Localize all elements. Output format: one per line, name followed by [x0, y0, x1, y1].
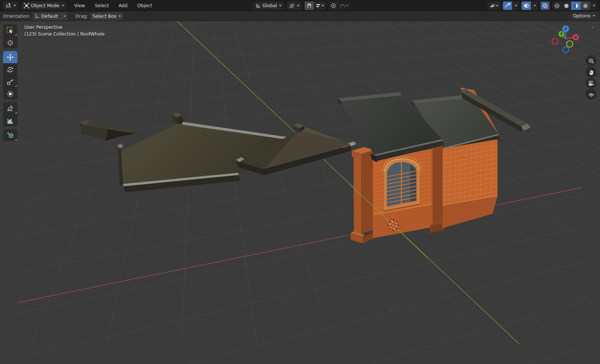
show-gizmo-toggle[interactable]: [503, 2, 512, 10]
orientation-value: Global: [262, 3, 277, 8]
rotate-tool-icon: [6, 66, 14, 73]
toggle-ortho-icon: [588, 91, 594, 97]
camera-view-button[interactable]: [586, 78, 597, 89]
chevron-down-icon: [346, 5, 348, 6]
tool-tweak-select[interactable]: [3, 24, 17, 36]
gizmo-axis-neg-x[interactable]: [552, 38, 558, 44]
mode-selector-label: Object Mode: [31, 3, 60, 8]
cursor-tool-icon: [6, 39, 14, 47]
chevron-down-icon: [534, 5, 536, 6]
chevron-down-icon: [593, 15, 595, 17]
tool-annotate[interactable]: [3, 102, 17, 114]
shading-material-preview-icon: [573, 3, 579, 9]
chevron-down-icon: [515, 5, 517, 6]
tool-transform[interactable]: [3, 87, 17, 100]
xray-toggle[interactable]: [540, 2, 550, 10]
toolbar: [3, 24, 17, 141]
pivot-point-dropdown[interactable]: [287, 2, 302, 10]
submenu-corner: [15, 34, 17, 36]
chevron-down-icon: [119, 16, 121, 17]
drag-mode-dropdown[interactable]: Select Box: [90, 12, 123, 20]
shading-solid-button[interactable]: [562, 2, 571, 10]
gizmo-axis-neg-z[interactable]: [563, 47, 569, 53]
tool-rotate[interactable]: [3, 63, 17, 75]
select-box-icon: [6, 27, 14, 34]
object-mode-icon: [24, 3, 29, 8]
viewport-canvas[interactable]: Z Y X: [0, 21, 600, 364]
chevron-down-icon: [14, 5, 16, 6]
falloff-curve-icon: [340, 3, 345, 8]
transform-orientation-dropdown[interactable]: Global: [253, 2, 284, 10]
measure-ruler-icon: [6, 117, 14, 125]
chevron-down-icon: [496, 5, 498, 6]
menu-view[interactable]: View: [70, 2, 89, 10]
orientation-label: Orientation:: [1, 14, 33, 19]
transform-tool-icon: [6, 90, 14, 98]
submenu-corner: [15, 85, 17, 87]
overlays-dropdown[interactable]: [531, 2, 538, 10]
editor-3d-viewport-icon: [5, 3, 11, 8]
gizmo-dropdown[interactable]: [512, 2, 519, 10]
camera-view-icon: [588, 80, 594, 86]
tool-settings-header: Orientation: Default Drag: Select Box Op…: [0, 11, 600, 21]
options-button[interactable]: Options: [571, 12, 597, 20]
menu-select[interactable]: Select: [91, 2, 113, 10]
drag-mode-value: Select Box: [93, 14, 116, 19]
shading-rendered-icon: [583, 3, 588, 9]
menu-add[interactable]: Add: [115, 2, 132, 10]
tool-cursor[interactable]: [3, 36, 17, 48]
default-orientation-icon: [35, 14, 40, 19]
sidebar-toggle-arrow[interactable]: ‹: [592, 24, 594, 30]
tool-move[interactable]: [3, 51, 17, 63]
tool-orientation-dropdown[interactable]: Default: [33, 12, 68, 20]
shading-rendered-button[interactable]: [581, 2, 590, 10]
tool-scale[interactable]: [3, 75, 17, 87]
gizmo-z-label: Z: [564, 27, 567, 31]
editor-type-button[interactable]: [3, 2, 18, 10]
pan-button[interactable]: [586, 67, 597, 78]
add-cube-icon: [6, 131, 14, 139]
show-overlays-toggle[interactable]: [521, 2, 531, 10]
proportional-editing-icon: [331, 3, 336, 8]
toggle-orthographic-button[interactable]: [586, 89, 597, 100]
shading-dropdown[interactable]: [590, 2, 597, 10]
gizmo-axis-neg-y[interactable]: [567, 41, 573, 47]
chevron-down-icon: [322, 5, 324, 6]
visibility-eye-icon: [489, 3, 495, 8]
proportional-editing-toggle[interactable]: [329, 2, 338, 10]
shading-wireframe-button[interactable]: [552, 2, 562, 10]
annotate-pencil-icon: [6, 105, 14, 112]
topbar: Object Mode View Select Add Object Globa…: [0, 0, 600, 11]
tool-orientation-value: Default: [41, 14, 61, 19]
xray-icon: [542, 3, 548, 8]
viewport: Z Y X User Perspective (123) Scene Colle…: [0, 21, 600, 364]
proportional-falloff-dropdown[interactable]: [338, 2, 350, 10]
magnet-icon: [306, 3, 312, 8]
view-name-overlay: User Perspective: [24, 25, 63, 30]
gizmo-y-label: Y: [560, 32, 563, 36]
zoom-icon: [588, 58, 594, 64]
zoom-button[interactable]: [586, 55, 597, 66]
chevron-down-icon: [62, 5, 64, 6]
menu-object[interactable]: Object: [133, 2, 156, 10]
tool-measure[interactable]: [3, 114, 17, 127]
drag-label: Drag:: [73, 14, 90, 19]
breadcrumb-overlay: (123) Scene Collection | RoofWhole: [24, 31, 105, 37]
pivot-point-icon: [289, 3, 295, 9]
orientation-axes-icon: [256, 3, 261, 8]
tool-add-cube[interactable]: [3, 129, 17, 141]
gizmo-arrow-icon: [505, 3, 510, 8]
object-visibility-dropdown[interactable]: [487, 2, 500, 10]
pan-hand-icon: [588, 69, 594, 75]
snap-increment-icon: [316, 3, 321, 8]
overlays-icon: [523, 3, 529, 8]
scale-tool-icon: [6, 78, 14, 86]
submenu-corner: [15, 139, 17, 141]
mode-selector[interactable]: Object Mode: [22, 2, 66, 10]
shading-material-preview-button[interactable]: [571, 2, 581, 10]
chevron-down-icon: [593, 5, 595, 6]
shading-solid-icon: [564, 3, 569, 9]
snap-toggle[interactable]: [305, 2, 314, 10]
submenu-corner: [15, 112, 17, 114]
snap-with-dropdown[interactable]: [314, 2, 326, 10]
